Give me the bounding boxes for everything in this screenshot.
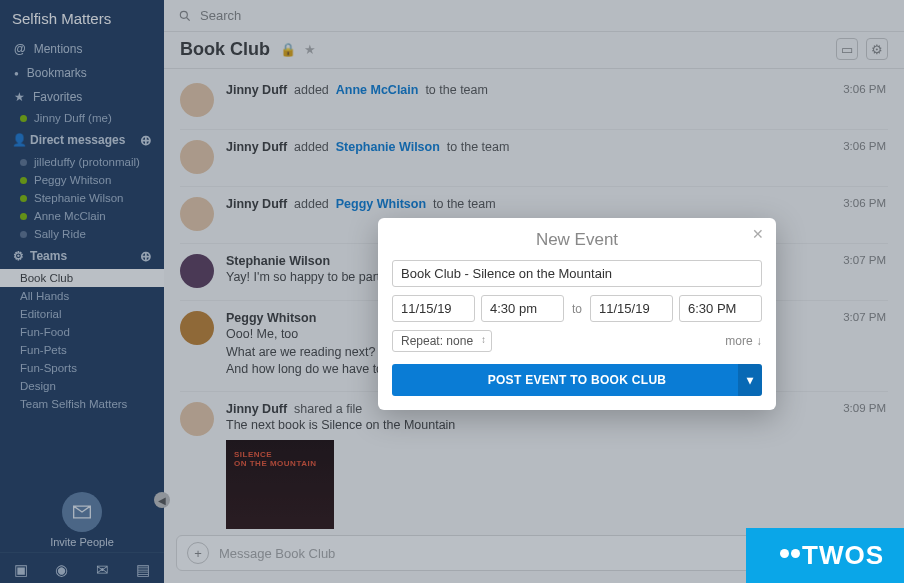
search-bar[interactable]: Search [164, 0, 904, 32]
dm-item[interactable]: Stephanie Wilson [0, 189, 164, 207]
user-link[interactable]: Stephanie Wilson [336, 140, 440, 154]
dm-section-header[interactable]: 👤Direct messages ⊕ [0, 127, 164, 153]
message-time: 3:06 PM [843, 83, 886, 95]
user-link[interactable]: Peggy Whitson [336, 197, 426, 211]
avatar[interactable] [180, 311, 214, 345]
attach-button[interactable]: + [187, 542, 209, 564]
message-time: 3:06 PM [843, 140, 886, 152]
to-label: to [570, 302, 584, 316]
message-time: 3:06 PM [843, 197, 886, 209]
start-date-input[interactable] [392, 295, 475, 322]
svg-point-0 [180, 11, 187, 18]
add-team-button[interactable]: ⊕ [140, 248, 152, 264]
post-dropdown-caret[interactable]: ▾ [738, 364, 762, 396]
composer-placeholder: Message Book Club [219, 546, 335, 561]
nav-self-user[interactable]: Jinny Duff (me) [0, 109, 164, 127]
channel-title: Book Club [180, 39, 270, 60]
channel-header: Book Club 🔒 ★ ▭ ⚙ [164, 32, 904, 69]
avatar[interactable] [180, 197, 214, 231]
repeat-select[interactable]: Repeat: none [392, 330, 492, 352]
teams-icon: ⚙ [12, 249, 24, 263]
dm-item[interactable]: jilleduffy (protonmail) [0, 153, 164, 171]
avatar[interactable] [180, 140, 214, 174]
team-item[interactable]: Fun-Pets [0, 341, 164, 359]
settings-gear-button[interactable]: ⚙ [866, 38, 888, 60]
team-item-book-club[interactable]: Book Club [0, 269, 164, 287]
add-dm-button[interactable]: ⊕ [140, 132, 152, 148]
svg-line-1 [187, 17, 190, 20]
bottom-tab-bar: ▣ ◉ ✉ ▤ [0, 552, 164, 583]
invite-label: Invite People [0, 536, 164, 548]
search-icon [178, 9, 192, 23]
avatar[interactable] [180, 254, 214, 288]
team-item[interactable]: Fun-Food [0, 323, 164, 341]
tab-icon-3[interactable]: ✉ [92, 557, 113, 583]
tab-icon-4[interactable]: ▤ [132, 557, 154, 583]
team-item[interactable]: Design [0, 377, 164, 395]
team-item[interactable]: Editorial [0, 305, 164, 323]
video-call-button[interactable]: ▭ [836, 38, 858, 60]
end-date-input[interactable] [590, 295, 673, 322]
user-link[interactable]: Anne McClain [336, 83, 419, 97]
dm-item[interactable]: Sally Ride [0, 225, 164, 243]
favorite-star-icon[interactable]: ★ [304, 42, 316, 57]
event-title-input[interactable] [392, 260, 762, 287]
dm-item[interactable]: Peggy Whitson [0, 171, 164, 189]
search-placeholder: Search [200, 8, 241, 23]
nav-favorites[interactable]: Favorites [0, 85, 164, 109]
watermark-badge: TWOS [746, 528, 904, 583]
new-event-modal: ✕ New Event to Repeat: none more ↓ POST … [378, 218, 776, 410]
mail-icon [72, 502, 92, 522]
post-event-button[interactable]: POST EVENT TO BOOK CLUB ▾ [392, 364, 762, 396]
team-item[interactable]: Fun-Sports [0, 359, 164, 377]
message-item: Jinny Duff added Anne McClain to the tea… [164, 77, 904, 125]
message-time: 3:07 PM [843, 254, 886, 266]
person-icon: 👤 [12, 133, 24, 147]
end-time-input[interactable] [679, 295, 762, 322]
close-icon[interactable]: ✕ [752, 226, 764, 242]
tab-icon-1[interactable]: ▣ [10, 557, 32, 583]
book-cover-image[interactable]: SILENCE ON THE MOUNTAIN [226, 440, 334, 529]
modal-title: New Event [392, 230, 762, 250]
start-time-input[interactable] [481, 295, 564, 322]
invite-people-button[interactable] [62, 492, 102, 532]
nav-bookmarks[interactable]: Bookmarks [0, 61, 164, 85]
teams-section-header[interactable]: ⚙Teams ⊕ [0, 243, 164, 269]
message-item: Jinny Duff added Stephanie Wilson to the… [164, 134, 904, 182]
avatar[interactable] [180, 402, 214, 436]
tab-icon-2[interactable]: ◉ [51, 557, 72, 583]
dm-item[interactable]: Anne McClain [0, 207, 164, 225]
sidebar: Selfish Matters Mentions Bookmarks Favor… [0, 0, 164, 583]
file-attachment[interactable]: SILENCE ON THE MOUNTAIN 🖼 silence on the… [226, 440, 888, 529]
team-item[interactable]: All Hands [0, 287, 164, 305]
message-item: Jinny Duff shared a file The next book i… [164, 396, 904, 530]
invite-area: ◀ Invite People [0, 482, 164, 552]
nav-mentions[interactable]: Mentions [0, 37, 164, 61]
workspace-title[interactable]: Selfish Matters [0, 0, 164, 37]
message-time: 3:09 PM [843, 402, 886, 414]
team-item[interactable]: Team Selfish Matters [0, 395, 164, 413]
avatar[interactable] [180, 83, 214, 117]
privacy-icon[interactable]: 🔒 [280, 42, 296, 57]
message-time: 3:07 PM [843, 311, 886, 323]
more-options-link[interactable]: more ↓ [725, 334, 762, 348]
